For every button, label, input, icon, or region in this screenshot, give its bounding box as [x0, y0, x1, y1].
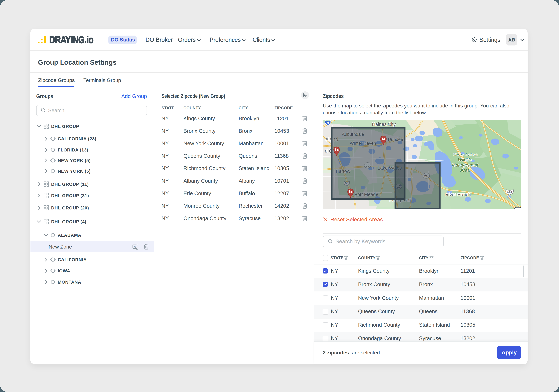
svg-text:Area: Area — [460, 168, 470, 173]
svg-text:Wildlife: Wildlife — [458, 157, 472, 162]
svg-text:Three Lakes: Three Lakes — [453, 152, 477, 157]
svg-text:441: 441 — [507, 190, 512, 194]
svg-text:4: 4 — [327, 121, 329, 125]
svg-text:A: A — [134, 245, 136, 249]
svg-text:Management: Management — [452, 162, 478, 168]
svg-text:River Ranch: River Ranch — [445, 192, 471, 197]
svg-text:Haines City: Haines City — [372, 122, 396, 127]
